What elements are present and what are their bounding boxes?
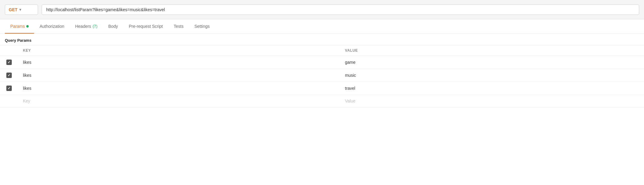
- row3-checkbox-cell: [0, 82, 18, 95]
- row3-checkbox[interactable]: [6, 86, 12, 91]
- row3-value[interactable]: travel: [340, 82, 644, 95]
- table-empty-row: Key Value: [0, 95, 644, 107]
- table-row: likes game: [0, 56, 644, 69]
- tab-body[interactable]: Body: [103, 20, 123, 34]
- tab-authorization-label: Authorization: [40, 24, 64, 29]
- row1-key[interactable]: likes: [18, 56, 340, 69]
- row2-key[interactable]: likes: [18, 69, 340, 82]
- tab-tests-label: Tests: [174, 24, 184, 29]
- empty-key-input[interactable]: Key: [18, 95, 340, 107]
- empty-checkbox-cell: [0, 95, 18, 107]
- top-bar: GET ▾ http://localhost/listParam?likes=g…: [0, 0, 644, 19]
- row1-checkbox-cell: [0, 56, 18, 69]
- row1-value[interactable]: game: [340, 56, 644, 69]
- tab-body-label: Body: [108, 24, 118, 29]
- col-checkbox: [0, 45, 18, 56]
- col-value: VALUE: [340, 45, 644, 56]
- url-input[interactable]: http://localhost/listParam?likes=game&li…: [42, 5, 639, 15]
- headers-badge: (7): [93, 24, 97, 28]
- tab-pre-request-script[interactable]: Pre-request Script: [123, 20, 168, 34]
- method-chevron-icon: ▾: [19, 8, 21, 12]
- params-dot: [26, 25, 29, 28]
- tab-params[interactable]: Params: [5, 20, 34, 34]
- table-header-row: KEY VALUE: [0, 45, 644, 56]
- tab-tests[interactable]: Tests: [168, 20, 189, 34]
- tab-settings-label: Settings: [194, 24, 210, 29]
- table-row: likes travel: [0, 82, 644, 95]
- tab-authorization[interactable]: Authorization: [34, 20, 70, 34]
- tab-headers[interactable]: Headers (7): [70, 20, 103, 34]
- tab-pre-request-script-label: Pre-request Script: [129, 24, 163, 29]
- col-key: KEY: [18, 45, 340, 56]
- method-label: GET: [9, 7, 18, 12]
- tab-params-label: Params: [10, 24, 25, 29]
- table-row: likes music: [0, 69, 644, 82]
- row3-key[interactable]: likes: [18, 82, 340, 95]
- tab-settings[interactable]: Settings: [189, 20, 215, 34]
- row1-checkbox[interactable]: [6, 60, 12, 65]
- method-selector[interactable]: GET ▾: [5, 5, 38, 15]
- row2-value[interactable]: music: [340, 69, 644, 82]
- empty-value-input[interactable]: Value: [340, 95, 644, 107]
- tabs-bar: Params Authorization Headers (7) Body Pr…: [0, 19, 644, 34]
- tab-headers-label: Headers: [75, 24, 91, 29]
- row2-checkbox[interactable]: [6, 73, 12, 78]
- params-table: KEY VALUE likes game likes music likes: [0, 45, 644, 107]
- row2-checkbox-cell: [0, 69, 18, 82]
- section-title: Query Params: [0, 34, 644, 45]
